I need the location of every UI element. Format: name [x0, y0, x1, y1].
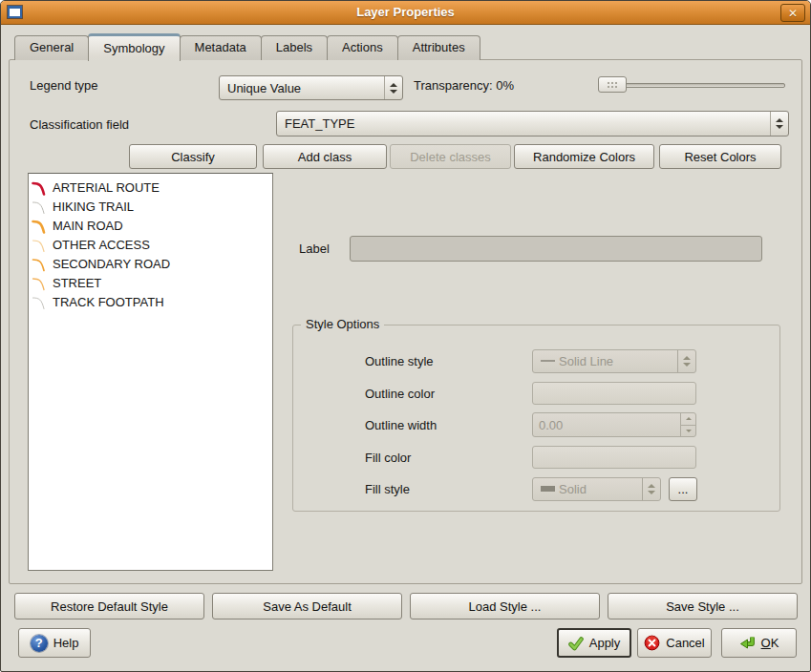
tab-bar: General Symbology Metadata Labels Action… [14, 32, 480, 60]
class-label: TRACK FOOTPATH [53, 295, 164, 309]
classify-button[interactable]: Classify [129, 144, 257, 169]
class-list[interactable]: ARTERIAL ROUTE HIKING TRAIL MAIN ROAD OT… [28, 173, 273, 571]
spin-down-icon [681, 426, 695, 437]
tab-labels[interactable]: Labels [261, 35, 328, 60]
randomize-colors-button[interactable]: Randomize Colors [514, 144, 654, 169]
spin-up-icon [681, 413, 695, 426]
classification-field-label: Classification field [30, 116, 129, 134]
classification-field-select[interactable]: FEAT_TYPE [276, 111, 789, 136]
transparency-slider[interactable] [598, 76, 785, 94]
outline-color-button [532, 382, 696, 405]
transparency-label: Transparency: 0% [414, 77, 514, 94]
fill-style-swatch-icon [541, 486, 555, 492]
line-style-swatch-icon [541, 360, 555, 362]
line-symbol-icon [32, 294, 48, 310]
reset-colors-button[interactable]: Reset Colors [659, 144, 781, 169]
fill-style-label: Fill style [365, 482, 532, 496]
window-title: Layer Properties [1, 5, 810, 19]
class-label: HIKING TRAIL [53, 200, 134, 214]
save-style-button[interactable]: Save Style ... [608, 593, 798, 620]
cancel-button-label: Cancel [666, 636, 704, 650]
outline-width-spinner: 0.00 [532, 412, 696, 437]
legend-type-select[interactable]: Unique Value [219, 75, 403, 100]
list-item-track-footpath[interactable]: TRACK FOOTPATH [29, 292, 272, 311]
spinner-buttons [680, 413, 695, 436]
label-field-label: Label [299, 241, 330, 258]
line-symbol-icon [32, 256, 48, 272]
list-item-street[interactable]: STREET [29, 273, 272, 292]
legend-type-label: Legend type [30, 77, 98, 94]
line-symbol-icon [32, 199, 48, 215]
cancel-button[interactable]: Cancel [637, 628, 712, 658]
cancel-icon [644, 635, 660, 651]
enter-arrow-icon [739, 635, 756, 651]
list-item-main-road[interactable]: MAIN ROAD [29, 216, 272, 235]
outline-width-value: 0.00 [533, 413, 680, 436]
close-icon: ✕ [788, 8, 798, 19]
class-label: STREET [53, 276, 101, 290]
fill-color-label: Fill color [365, 451, 532, 465]
tab-general[interactable]: General [14, 35, 89, 60]
outline-width-label: Outline width [365, 418, 532, 432]
slider-handle[interactable] [598, 76, 627, 93]
ok-button-label: OK [761, 636, 779, 650]
list-item-secondary-road[interactable]: SECONDARY ROAD [29, 254, 272, 273]
legend-type-value: Unique Value [220, 81, 384, 95]
restore-default-style-button[interactable]: Restore Default Style [14, 593, 204, 620]
fill-color-button [532, 446, 696, 469]
class-label: MAIN ROAD [53, 219, 123, 233]
add-class-button[interactable]: Add class [263, 144, 387, 169]
tab-attributes[interactable]: Attributes [397, 35, 480, 60]
save-as-default-button[interactable]: Save As Default [212, 593, 402, 620]
help-button[interactable]: ? Help [18, 628, 91, 658]
slider-grip-icon [608, 82, 609, 84]
combo-arrows-icon [677, 350, 695, 372]
help-button-label: Help [53, 636, 79, 650]
fill-style-select: Solid [532, 477, 661, 501]
fill-style-more-button[interactable]: ... [669, 477, 697, 501]
layer-properties-dialog: Layer Properties ✕ General Symbology Met… [0, 0, 811, 672]
line-symbol-icon [32, 179, 48, 196]
line-symbol-icon [32, 275, 48, 291]
outline-style-label: Outline style [365, 354, 532, 368]
style-options-title: Style Options [301, 317, 384, 331]
help-icon: ? [31, 635, 48, 652]
outline-style-value: Solid Line [559, 354, 613, 368]
combo-arrows-icon [384, 76, 402, 99]
checkmark-icon [568, 636, 584, 651]
style-file-buttons-row: Restore Default Style Save As Default Lo… [14, 593, 798, 620]
line-symbol-icon [32, 237, 48, 253]
list-item-hiking-trail[interactable]: HIKING TRAIL [29, 197, 272, 216]
class-label: SECONDARY ROAD [53, 257, 170, 271]
line-symbol-icon [32, 218, 48, 234]
class-label: OTHER ACCESS [53, 238, 150, 252]
tab-symbology[interactable]: Symbology [88, 33, 180, 61]
tab-actions[interactable]: Actions [327, 35, 398, 60]
ok-button[interactable]: OK [721, 628, 797, 658]
tab-metadata[interactable]: Metadata [180, 35, 262, 60]
combo-arrows-icon [642, 478, 660, 500]
list-item-other-access[interactable]: OTHER ACCESS [29, 235, 272, 254]
outline-color-label: Outline color [365, 387, 532, 401]
style-options-group: Style Options Outline style Solid Line O… [292, 325, 780, 512]
apply-button-label: Apply [589, 636, 621, 650]
fill-style-value: Solid [559, 482, 587, 496]
load-style-button[interactable]: Load Style ... [410, 593, 600, 620]
outline-style-select: Solid Line [532, 349, 696, 373]
label-input [350, 236, 762, 262]
close-button[interactable]: ✕ [780, 4, 805, 22]
apply-button[interactable]: Apply [557, 628, 631, 658]
combo-arrows-icon [770, 112, 788, 136]
class-label: ARTERIAL ROUTE [53, 180, 160, 195]
titlebar[interactable]: Layer Properties ✕ [1, 1, 810, 25]
classification-field-value: FEAT_TYPE [277, 116, 770, 131]
list-item-arterial-route[interactable]: ARTERIAL ROUTE [29, 178, 272, 197]
delete-classes-button: Delete classes [390, 144, 511, 169]
